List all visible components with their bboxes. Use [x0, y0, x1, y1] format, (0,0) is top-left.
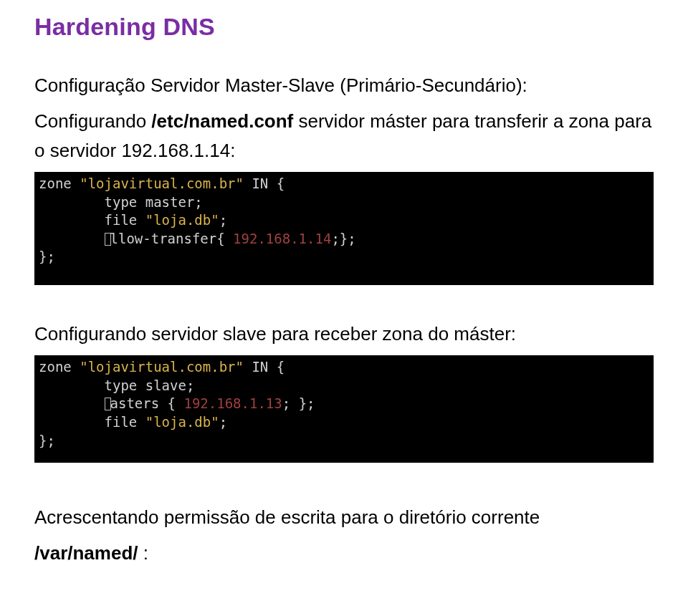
t1-l3a: file	[39, 212, 145, 228]
t2-l3c: ; };	[282, 395, 315, 411]
t2-l5: };	[39, 433, 55, 448]
t1-l4b: llow-transfer{	[110, 231, 234, 246]
t1-l1a: zone	[39, 175, 80, 191]
t1-l1b: IN {	[244, 175, 285, 191]
t1-l4-num: 192.168.1.14	[233, 231, 331, 246]
t1-l4c: ;};	[331, 231, 355, 246]
t2-l3b: asters {	[110, 395, 184, 411]
t1-l2: type master;	[39, 194, 203, 210]
t1-l1-str: "lojavirtual.com.br"	[80, 175, 244, 191]
spacer	[34, 285, 654, 319]
t2-l3-num: 192.168.1.13	[183, 395, 282, 411]
var-named-path: /var/named/	[34, 542, 138, 564]
outro-colon: :	[138, 542, 148, 564]
t2-l1b: IN {	[244, 359, 285, 375]
t1-l5: };	[39, 249, 55, 264]
terminal-master-config: zone "lojavirtual.com.br" IN { type mast…	[34, 172, 654, 285]
named-conf-path: /etc/named.conf	[151, 110, 293, 132]
between-paragraph: Configurando servidor slave para receber…	[34, 319, 654, 348]
document-page: Hardening DNS Configuração Servidor Mast…	[0, 0, 688, 604]
intro-conf-paragraph: Configurando /etc/named.conf servidor má…	[34, 107, 654, 165]
t1-l3-str: "loja.db"	[145, 212, 219, 228]
t2-l4a: file	[39, 414, 145, 430]
terminal-slave-config: zone "lojavirtual.com.br" IN { type slav…	[34, 355, 654, 463]
t2-l4-str: "loja.db"	[145, 414, 219, 430]
intro-line-1: Configuração Servidor Master-Slave (Prim…	[34, 71, 654, 100]
page-title: Hardening DNS	[34, 13, 654, 41]
outro-line-1: Acrescentando permissão de escrita para …	[34, 503, 654, 531]
outro-line-2: /var/named/ :	[34, 539, 654, 567]
spacer	[34, 463, 654, 503]
t2-l1a: zone	[39, 359, 80, 375]
intro-conf-prefix: Configurando	[34, 110, 151, 132]
t2-l3a	[39, 395, 105, 411]
t2-l2: type slave;	[39, 377, 194, 393]
t2-l4b: ;	[219, 414, 227, 430]
t2-l1-str: "lojavirtual.com.br"	[80, 359, 244, 375]
t1-l3b: ;	[219, 212, 227, 228]
t1-l4a	[39, 231, 105, 246]
